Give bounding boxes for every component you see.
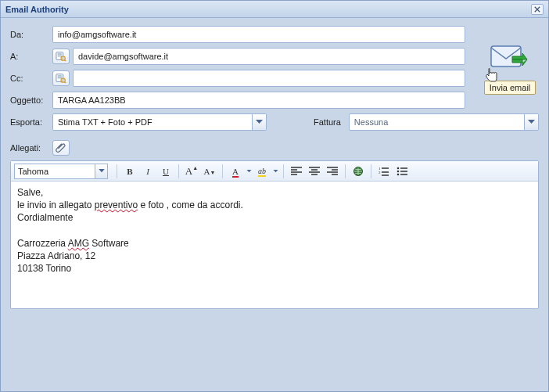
highlight-icon: ab xyxy=(258,167,266,175)
to-addressbook-button[interactable] xyxy=(52,49,70,64)
row-to: A: xyxy=(10,48,465,65)
toolbar-separator xyxy=(283,164,284,178)
body-text-misspelled: preventivo xyxy=(95,200,138,210)
align-left-icon xyxy=(291,167,302,176)
invoice-combo-text: Nessuna xyxy=(354,117,388,127)
align-center-icon xyxy=(309,167,320,176)
row-cc: Cc: xyxy=(10,70,465,87)
send-block: Invia email xyxy=(483,41,537,95)
highlight-dropdown[interactable] xyxy=(271,164,279,179)
body-text: Piazza Adriano, 12 xyxy=(17,250,95,261)
align-right-icon xyxy=(327,167,338,176)
label-export: Esporta: xyxy=(10,117,52,127)
svg-line-9 xyxy=(64,81,66,83)
email-window: Email Authority Da: A: xyxy=(0,0,549,392)
svg-line-4 xyxy=(64,59,66,61)
globe-link-icon xyxy=(353,166,364,177)
row-subject: Oggetto: xyxy=(10,92,465,109)
align-left-button[interactable] xyxy=(288,164,305,179)
font-color-button[interactable]: A xyxy=(227,164,244,179)
send-button[interactable] xyxy=(486,41,533,77)
label-to: A: xyxy=(10,52,52,61)
addressbook-search-icon xyxy=(56,51,66,62)
unordered-list-icon xyxy=(396,167,407,176)
svg-point-15 xyxy=(397,170,400,172)
svg-rect-7 xyxy=(58,77,62,78)
export-combo[interactable]: Stima TXT + Foto + PDF xyxy=(52,113,267,131)
body-text-misspelled: AMG xyxy=(68,238,89,249)
font-increase-icon: A▲ xyxy=(185,165,198,178)
body-text: le invio in allegato xyxy=(17,200,95,210)
titlebar: Email Authority xyxy=(1,1,548,18)
font-decrease-icon: A▼ xyxy=(204,167,216,176)
chevron-down-icon xyxy=(246,170,252,173)
font-color-dropdown[interactable] xyxy=(245,164,253,179)
body-text: Cordialmente xyxy=(17,212,73,223)
to-field[interactable] xyxy=(73,48,465,65)
label-attachments: Allegati: xyxy=(10,143,52,153)
toolbar-separator xyxy=(117,164,117,178)
font-family-combo[interactable]: Tahoma xyxy=(14,164,108,179)
insert-link-button[interactable] xyxy=(350,164,367,179)
increase-font-button[interactable]: A▲ xyxy=(183,164,200,179)
row-attachments: Allegati: xyxy=(10,140,539,156)
body-text: 10138 Torino xyxy=(17,263,71,274)
chevron-down-icon xyxy=(273,170,278,173)
align-right-button[interactable] xyxy=(324,164,341,179)
content-area: Da: A: Cc: xyxy=(1,18,548,391)
ordered-list-icon: 1 2 xyxy=(379,167,389,176)
from-field[interactable] xyxy=(52,26,465,43)
row-from: Da: xyxy=(10,26,465,43)
body-text: Salve, xyxy=(17,187,43,198)
label-from: Da: xyxy=(10,30,52,39)
close-button[interactable] xyxy=(531,4,544,15)
invoice-combo[interactable]: Nessuna xyxy=(349,113,539,131)
svg-text:2: 2 xyxy=(379,171,381,174)
highlight-button[interactable]: ab xyxy=(253,164,271,179)
bold-button[interactable]: B xyxy=(121,164,138,179)
italic-button[interactable]: I xyxy=(139,164,156,179)
body-text: e foto , come da accordi. xyxy=(138,200,243,210)
cursor-pointer-icon xyxy=(485,68,499,84)
svg-point-16 xyxy=(397,173,400,175)
toolbar-separator xyxy=(345,164,346,178)
editor-toolbar: Tahoma B I U A▲ A▼ A xyxy=(11,161,538,182)
svg-rect-1 xyxy=(58,54,62,55)
close-icon xyxy=(534,6,540,13)
decrease-font-button[interactable]: A▼ xyxy=(201,164,218,179)
export-combo-text: Stima TXT + Foto + PDF xyxy=(58,117,152,127)
font-family-text: Tahoma xyxy=(18,167,48,176)
label-subject: Oggetto: xyxy=(10,95,52,105)
label-cc: Cc: xyxy=(10,74,52,83)
body-text: Software xyxy=(89,238,129,249)
subject-field[interactable] xyxy=(52,92,465,109)
window-title: Email Authority xyxy=(5,5,531,14)
font-color-icon: A xyxy=(232,167,239,176)
toolbar-separator xyxy=(178,164,179,178)
align-center-button[interactable] xyxy=(306,164,323,179)
rich-text-editor: Tahoma B I U A▲ A▼ A xyxy=(10,160,539,309)
cc-addressbook-button[interactable] xyxy=(52,70,70,86)
toolbar-separator xyxy=(222,164,223,178)
row-export: Esporta: Stima TXT + Foto + PDF Fattura … xyxy=(10,113,539,131)
body-text: Carrozzeria xyxy=(17,238,68,249)
chevron-down-icon xyxy=(524,114,538,130)
toolbar-separator xyxy=(371,164,371,178)
ordered-list-button[interactable]: 1 2 xyxy=(375,164,393,179)
svg-point-14 xyxy=(397,167,400,169)
cc-field[interactable] xyxy=(73,70,465,87)
editor-body[interactable]: Salve, le invio in allegato preventivo e… xyxy=(11,182,538,308)
label-invoice: Fattura xyxy=(314,117,341,127)
svg-rect-6 xyxy=(58,76,62,77)
paperclip-icon xyxy=(56,142,66,153)
addressbook-search-icon xyxy=(56,73,66,84)
chevron-down-icon xyxy=(95,164,107,178)
chevron-down-icon xyxy=(252,114,266,130)
unordered-list-button[interactable] xyxy=(393,164,411,179)
underline-button[interactable]: U xyxy=(157,164,174,179)
svg-rect-2 xyxy=(58,56,62,56)
attach-button[interactable] xyxy=(52,140,70,156)
